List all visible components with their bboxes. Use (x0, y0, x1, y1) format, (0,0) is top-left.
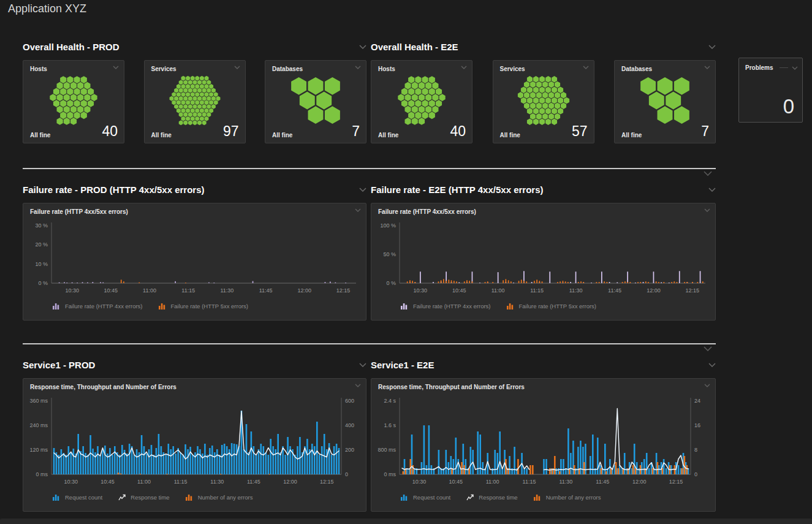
svg-text:12:15: 12:15 (320, 479, 334, 485)
chevron-down-icon[interactable] (792, 66, 798, 70)
svg-text:11:15: 11:15 (530, 287, 544, 294)
chevron-down-icon[interactable] (461, 66, 467, 69)
entity-count: 97 (223, 124, 239, 139)
legend-item[interactable]: Failure rate (HTTP 4xx errors) (53, 302, 143, 310)
honeycomb-hosts[interactable] (31, 75, 116, 126)
tile-title: Hosts (378, 66, 395, 72)
section-title: Service1 - E2E (371, 360, 434, 370)
honeycomb-databases[interactable] (273, 75, 359, 126)
svg-text:10:30: 10:30 (412, 479, 427, 485)
svg-text:10:30: 10:30 (64, 479, 78, 485)
health-tile-e2e-hosts[interactable]: Hosts All fine 40 (371, 60, 472, 143)
chevron-down-icon[interactable] (359, 188, 366, 192)
failure-rate-chart-prod[interactable]: 0 %10 %20 %30 %10:3010:4511:0011:1511:30… (23, 218, 366, 299)
svg-text:30 %: 30 % (35, 222, 48, 229)
svg-text:10 %: 10 % (35, 261, 48, 267)
svg-text:11:30: 11:30 (559, 479, 572, 485)
svg-text:600: 600 (345, 398, 354, 404)
svg-text:11:15: 11:15 (523, 479, 536, 485)
failure-rate-e2e-tile[interactable]: Failure rate (HTTP 4xx/5xx errors) 0 %50… (371, 203, 716, 321)
bar-series-icon (507, 302, 515, 310)
svg-text:11:00: 11:00 (491, 287, 505, 294)
legend-item[interactable]: Failure rate (HTTP 5xx errors) (507, 302, 597, 310)
svg-text:10:45: 10:45 (449, 479, 463, 485)
legend-item[interactable]: Failure rate (HTTP 5xx errors) (159, 302, 249, 310)
honeycomb-services[interactable] (152, 75, 238, 126)
section-header-overall-prod: Overall Health - PROD (23, 39, 366, 54)
legend-label: Failure rate (HTTP 4xx errors) (413, 303, 491, 309)
chevron-down-icon[interactable] (355, 208, 361, 212)
chevron-down-icon[interactable] (708, 363, 716, 367)
section-divider (23, 168, 716, 169)
legend-label: Request count (413, 494, 450, 501)
chevron-down-icon[interactable] (704, 384, 710, 387)
honeycomb-hosts[interactable] (379, 75, 465, 126)
svg-text:12:00: 12:00 (647, 287, 661, 294)
chevron-down-icon[interactable] (359, 45, 366, 49)
legend-item[interactable]: Request count (401, 493, 450, 501)
chevron-down-icon[interactable] (704, 346, 712, 351)
health-tile-e2e-databases[interactable]: Databases All fine 7 (614, 60, 716, 143)
legend-item[interactable]: Response time (118, 493, 169, 501)
service1-prod-chart[interactable]: 0 ms120 ms240 ms360 ms020040060010:3010:… (23, 393, 366, 490)
svg-text:11:00: 11:00 (137, 479, 151, 485)
health-tile-prod-services[interactable]: Services All fine 97 (144, 60, 246, 143)
legend-label: Request count (65, 494, 102, 501)
chevron-down-icon[interactable] (234, 66, 240, 69)
legend-item[interactable]: Response time (466, 493, 517, 501)
svg-text:10:45: 10:45 (104, 287, 118, 294)
service1-e2e-chart[interactable]: 0 ms800 ms1.6 s2.4 s08162410:3010:4511:0… (371, 393, 715, 490)
svg-text:200: 200 (345, 447, 354, 453)
status-badge: All fine (500, 132, 520, 139)
status-badge: All fine (378, 132, 398, 139)
svg-text:11:15: 11:15 (181, 287, 195, 294)
chevron-down-icon[interactable] (355, 384, 361, 387)
svg-text:12:00: 12:00 (283, 479, 297, 485)
svg-text:0 %: 0 % (38, 280, 48, 286)
health-tile-prod-hosts[interactable]: Hosts All fine 40 (23, 60, 124, 143)
svg-text:11:45: 11:45 (247, 479, 260, 485)
section-header-failure-e2e: Failure rate - E2E (HTTP 4xx/5xx errors) (371, 182, 716, 197)
svg-text:100 %: 100 % (380, 222, 396, 229)
bar-series-icon (401, 493, 409, 501)
chevron-down-icon[interactable] (355, 66, 361, 69)
svg-text:12:00: 12:00 (297, 287, 311, 294)
service1-prod-tile[interactable]: Response time, Throughput and Number of … (23, 378, 366, 512)
chevron-down-icon[interactable] (704, 66, 710, 69)
status-badge: All fine (621, 132, 642, 139)
legend-item[interactable]: Number of any errors (534, 493, 601, 501)
legend-item[interactable]: Failure rate (HTTP 4xx errors) (401, 302, 491, 310)
chevron-down-icon[interactable] (708, 188, 716, 192)
chevron-down-icon[interactable] (708, 45, 716, 49)
legend-item[interactable]: Number of any errors (186, 493, 253, 501)
svg-text:120 ms: 120 ms (29, 447, 48, 453)
service1-e2e-tile[interactable]: Response time, Throughput and Number of … (371, 378, 716, 512)
chevron-down-icon[interactable] (704, 208, 710, 212)
page-title: Application XYZ (8, 2, 86, 15)
honeycomb-services[interactable] (501, 75, 586, 126)
svg-text:11:30: 11:30 (569, 287, 583, 294)
section-header-service-prod: Service1 - PROD (23, 357, 366, 372)
health-tile-prod-databases[interactable]: Databases All fine 7 (265, 60, 366, 143)
health-tile-e2e-services[interactable]: Services All fine 57 (493, 60, 594, 143)
honeycomb-databases[interactable] (622, 75, 708, 126)
chevron-down-icon[interactable] (583, 66, 589, 69)
legend-item[interactable]: Request count (53, 493, 102, 501)
status-badge: All fine (151, 132, 172, 139)
section-title: Failure rate - PROD (HTTP 4xx/5xx errors… (23, 184, 205, 195)
section-title: Overall Health - PROD (23, 42, 120, 52)
chevron-down-icon[interactable] (704, 171, 712, 176)
chevron-down-icon[interactable] (359, 363, 366, 367)
legend-label: Failure rate (HTTP 5xx errors) (519, 303, 597, 309)
bar-series-icon (53, 493, 61, 501)
svg-text:20 %: 20 % (35, 241, 48, 248)
svg-text:0: 0 (345, 471, 348, 477)
failure-rate-prod-tile[interactable]: Failure rate (HTTP 4xx/5xx errors) 0 %10… (23, 203, 366, 321)
svg-text:400: 400 (345, 422, 354, 428)
chevron-down-icon[interactable] (113, 66, 119, 69)
svg-text:12:15: 12:15 (686, 287, 700, 294)
svg-text:10:30: 10:30 (414, 287, 428, 294)
svg-text:11:15: 11:15 (174, 479, 188, 485)
failure-rate-chart-e2e[interactable]: 0 %50 %100 %10:3010:4511:0011:1511:3011:… (371, 218, 715, 299)
problems-tile[interactable]: Problems 0 (738, 58, 803, 123)
